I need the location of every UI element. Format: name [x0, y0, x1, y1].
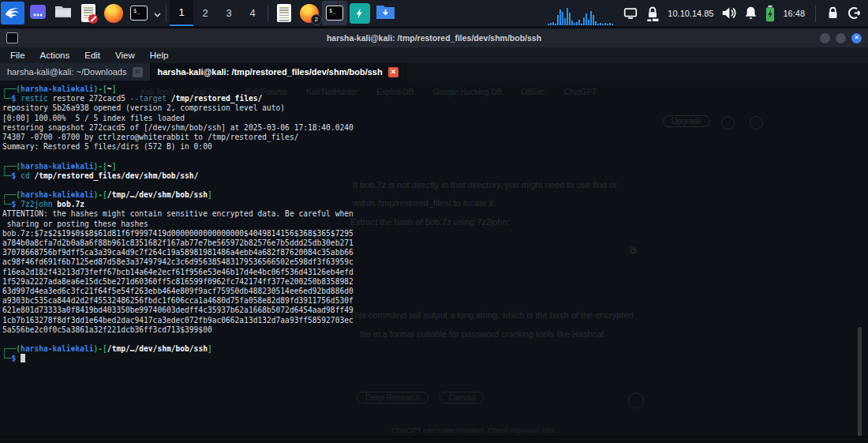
- terminal-line: ┌──(harsha-kali⊛kali)-[/tmp/…/dev/shm/bo…: [2, 344, 354, 354]
- terminal-line: sharing or posting these hashes: [2, 220, 354, 229]
- terminal-line: [2, 152, 354, 161]
- file-manager-launcher[interactable]: [26, 2, 50, 24]
- clock[interactable]: 16:48: [783, 9, 805, 18]
- terminal-line: ┌──(harsha-kali⊛kali)-[~]: [2, 84, 354, 94]
- workspace-4[interactable]: 4: [241, 0, 264, 26]
- ghost-bookmark: Google Hacking DB: [433, 88, 503, 96]
- terminal-line: restoring snapshot 272cacd5 of [/dev/shm…: [2, 123, 354, 133]
- taskbar-firefox[interactable]: 2: [297, 1, 322, 25]
- chevron-down-icon: [154, 6, 161, 21]
- tab-restored-files-ssh[interactable]: harsha-kali@kali: /tmp/restored_files/de…: [151, 63, 406, 81]
- battery-charging-icon[interactable]: [765, 5, 776, 22]
- panel-separator: [166, 5, 166, 22]
- ghost-footer-text: ChatGPT can make mistakes. Check importa…: [339, 426, 608, 434]
- blocked-document-icon: [81, 4, 95, 22]
- system-tray: 10.10.14.85 16:48: [547, 0, 868, 26]
- ghost-send-button: [628, 392, 644, 408]
- terminal-line: └─$ 7z2john bob.7z: [2, 200, 354, 209]
- ghost-chat-text: This command will output a long string, …: [350, 310, 634, 320]
- launcher-group: $_ 1 2 3 4 2 $_: [0, 0, 398, 26]
- folder-launcher[interactable]: [51, 2, 75, 24]
- terminal-line: 63d997d4ea3ed6c3fc21f64f5e54f263ebb464e8…: [2, 287, 354, 296]
- blocked-document-launcher[interactable]: [77, 2, 100, 24]
- terminal-line: 37078668756bf9dff5ca3a39ca4d9c7f264c19a5…: [2, 248, 354, 257]
- kali-menu-button[interactable]: [1, 2, 24, 24]
- menu-view[interactable]: View: [115, 51, 135, 60]
- taskbar-terminal-active[interactable]: $_: [322, 1, 347, 25]
- ghost-chat-text: within /tmp/restored_files/ to locate it…: [353, 198, 496, 208]
- firefox-icon: [104, 4, 123, 23]
- terminal-line: bob.7z:$7z$2$19$0$$8$61d81f6f9997419d000…: [2, 229, 354, 238]
- terminal-line: repository 5b26a938 opened (version 2, c…: [2, 103, 354, 113]
- vpn-lock-icon[interactable]: [645, 5, 660, 22]
- ghost-copy-icon: ⧉: [630, 245, 637, 256]
- terminal-launcher-dropdown[interactable]: [152, 2, 162, 24]
- terminal-line: [2, 335, 354, 344]
- tab-close-icon[interactable]: ✕: [133, 67, 143, 77]
- volume-icon[interactable]: [720, 6, 737, 21]
- ghost-canvas-button: Canvas: [440, 392, 484, 404]
- tab-bar: harsha-kali@kali: ~/Downloads ✕ harsha-k…: [0, 63, 868, 81]
- close-button[interactable]: ✕: [851, 33, 862, 43]
- notifications-bell-icon[interactable]: [744, 6, 758, 21]
- terminal-line: └─$ restic restore 272cacd5 --target /tm…: [2, 94, 354, 103]
- taskbar-downloads-folder[interactable]: [372, 1, 398, 25]
- terminal-line: 621e801d73333a0f8419bd403350be99740603de…: [2, 306, 354, 315]
- terminal-line: 74307 -0700 -0700 by ctrlzero@whiterabbi…: [2, 133, 354, 142]
- terminal-line: Summary: Restored 5 files/dirs (572 B) i…: [2, 142, 354, 152]
- ghost-composer-buttons: Deep Research Canvas: [357, 392, 484, 404]
- workspace-3[interactable]: 3: [217, 0, 241, 26]
- workspace-2[interactable]: 2: [193, 0, 217, 26]
- terminal-line: ┌──(harsha-kali⊛kali)-[~]: [2, 162, 354, 171]
- terminal-line: ATTENTION: the hashes might contain sens…: [2, 209, 354, 219]
- taskbar-zap-app[interactable]: [347, 1, 372, 25]
- folder-icon: [54, 2, 73, 24]
- terminal-line: ┌──(harsha-kali⊛kali)-[/tmp/…/dev/shm/bo…: [2, 190, 354, 200]
- downloads-folder-icon: [376, 3, 395, 24]
- ghost-upgrade-button: Upgrade: [663, 115, 710, 127]
- ghost-bookmark: ChatGPT: [564, 88, 597, 96]
- firefox-launcher[interactable]: [102, 2, 125, 24]
- menu-help[interactable]: Help: [150, 51, 169, 60]
- window-titlebar[interactable]: harsha-kali@kali: /tmp/restored_files/de…: [0, 28, 868, 47]
- terminal-line: └─$ cd /tmp/restored_files/dev/shm/bob/s…: [2, 171, 354, 181]
- terminal-line: 1f529a2227ada8ea6e15dc5be271d60360ff5c81…: [2, 277, 354, 287]
- tab-downloads[interactable]: harsha-kali@kali: ~/Downloads ✕: [0, 63, 151, 81]
- terminal-icon: $_: [130, 6, 148, 21]
- workspace-1[interactable]: 1: [170, 0, 193, 26]
- maximize-button[interactable]: [836, 33, 846, 43]
- ghost-chat-text: Extract the hash of bob.7z using 7z2john…: [350, 217, 510, 227]
- tab-close-icon[interactable]: ✕: [388, 67, 398, 77]
- kali-dragon-icon: [4, 3, 21, 24]
- ghost-chat-text: If bob.7z is not directly in that direct…: [353, 180, 617, 190]
- terminal-viewport[interactable]: Kali ToolsKali DocsKali ForumsKali NetHu…: [0, 81, 868, 436]
- terminal-line: └─$: [2, 354, 354, 363]
- firefox-window-count-badge: 2: [311, 14, 322, 25]
- terminal-launcher[interactable]: $_: [127, 2, 151, 24]
- display-icon[interactable]: [623, 7, 638, 20]
- ghost-bookmark: Exploit-DB: [376, 88, 413, 96]
- minimize-button[interactable]: [820, 33, 830, 43]
- tab-label: harsha-kali@kali: /tmp/restored_files/de…: [158, 67, 383, 77]
- ghost-avatar: [721, 116, 735, 130]
- ghost-chat-text: file in a format suitable for password c…: [360, 329, 604, 339]
- terminal-window: harsha-kali@kali: /tmp/restored_files/de…: [0, 28, 868, 436]
- terminal-line: 1cb7b163278f8df3dd1e64bed2dac9417ca3edec…: [2, 316, 354, 325]
- vpn-ip-address[interactable]: 10.10.14.85: [668, 9, 713, 18]
- menu-actions[interactable]: Actions: [40, 51, 70, 60]
- menu-edit[interactable]: Edit: [84, 51, 100, 60]
- network-monitor-graph[interactable]: [547, 6, 616, 26]
- taskbar-text-document[interactable]: [271, 1, 297, 25]
- top-panel: $_ 1 2 3 4 2 $_: [0, 0, 868, 26]
- terminal-line: [2, 181, 354, 190]
- window-title: harsha-kali@kali: /tmp/restored_files/de…: [0, 33, 868, 43]
- panel-separator: [268, 5, 268, 22]
- terminal-output: ┌──(harsha-kali⊛kali)-[~]└─$ restic rest…: [2, 84, 354, 363]
- menu-file[interactable]: File: [10, 51, 25, 60]
- logout-icon[interactable]: [847, 6, 862, 21]
- text-document-icon: [277, 4, 291, 22]
- tab-label: harsha-kali@kali: ~/Downloads: [7, 67, 127, 77]
- terminal-line: a9303bc535ca844d2d2f45532486256fbdc1f606…: [2, 296, 354, 306]
- ghost-deep-research-button: Deep Research: [357, 392, 428, 404]
- screen-lock-icon[interactable]: [826, 6, 840, 21]
